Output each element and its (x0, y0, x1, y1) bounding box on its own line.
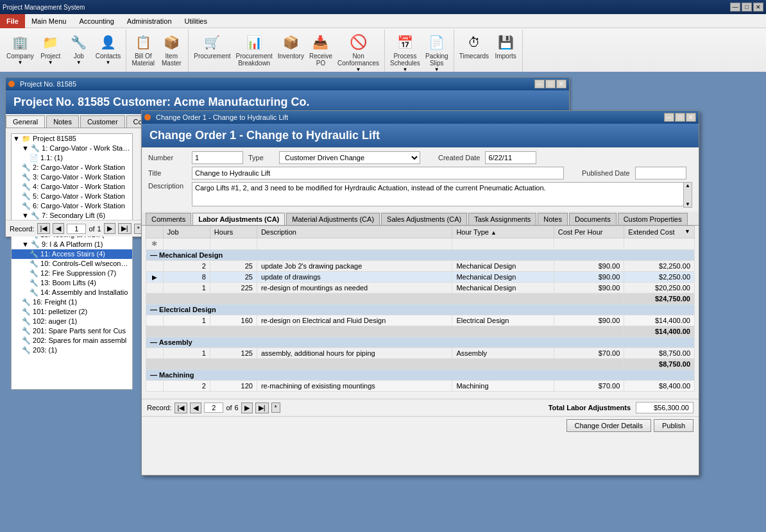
nav-next-btn[interactable]: ▶ (104, 223, 115, 234)
co-close-btn[interactable]: ✕ (686, 113, 696, 122)
desc-scroll-up[interactable]: ▲ (684, 183, 692, 188)
col-header-hourtype[interactable]: Hour Type ▲ (452, 226, 554, 238)
accounting-menu[interactable]: Accounting (72, 14, 120, 28)
tree-item-2[interactable]: 🔧 2: Cargo-Vator - Work Station (12, 163, 132, 172)
table-row[interactable]: 1 125 assembly, additional hours for pip… (146, 348, 695, 359)
table-row[interactable]: 1 160 re-design on Electrical and Fluid … (146, 315, 695, 326)
nav-prev-btn[interactable]: ◀ (53, 223, 64, 234)
tree-item-102[interactable]: 🔧 102: auger (1) (12, 317, 132, 326)
tree-item-7[interactable]: ▼ 🔧 7: Secondary Lift (6) (12, 211, 132, 220)
created-date-input[interactable] (485, 151, 536, 164)
packing-slips-button[interactable]: 📄 PackingSlips ▼ (423, 31, 451, 74)
company-dropdown[interactable]: ▼ (17, 60, 22, 65)
tree-item-3[interactable]: 🔧 3: Cargo-Vator - Work Station (12, 172, 132, 182)
change-order-details-btn[interactable]: Change Order Details (566, 419, 651, 432)
tree-item-5[interactable]: 🔧 5: Cargo-Vator - Work Station (12, 192, 132, 201)
titlebar-controls[interactable]: — □ ✕ (730, 3, 763, 12)
tree-item-14[interactable]: 🔧 14: Assembly and Installatio (12, 288, 132, 297)
item-master-button[interactable]: 📦 ItemMaster (157, 31, 185, 68)
new-row-hours[interactable] (210, 238, 257, 250)
main-menu[interactable]: Main Menu (25, 14, 72, 28)
tree-item-13[interactable]: 🔧 13: Boom Lifts (4) (12, 278, 132, 288)
timecards-button[interactable]: ⏱ Timecards (457, 31, 491, 61)
project-window-controls[interactable]: — □ ✕ (534, 79, 566, 88)
co-minimize-btn[interactable]: — (664, 113, 674, 122)
maximize-btn[interactable]: □ (742, 3, 752, 12)
procurement-breakdown-button[interactable]: 📊 ProcurementBreakdown (234, 31, 275, 68)
tree-item-root[interactable]: ▼ 📁 Project 81585 (12, 134, 132, 144)
scroll-right-icon[interactable]: ▼ (685, 228, 690, 235)
procurement-button[interactable]: 🛒 Procurement (191, 31, 233, 61)
new-row-ext[interactable] (624, 238, 695, 250)
project-button[interactable]: 📁 Project ▼ (37, 31, 65, 67)
minimize-btn[interactable]: — (730, 3, 740, 12)
co-restore-btn[interactable]: □ (675, 113, 685, 122)
table-row[interactable]: 2 120 re-machining of exisisting mountin… (146, 381, 695, 392)
tab-labor-adjustments[interactable]: Labor Adjustments (CA) (192, 213, 285, 225)
tab-notes[interactable]: Notes (46, 115, 79, 128)
tree-item-201[interactable]: 🔧 201: Spare Parts sent for Cus (12, 326, 132, 336)
nav-last-btn[interactable]: ▶| (118, 223, 132, 234)
company-button[interactable]: 🏢 Company ▼ (4, 31, 37, 67)
table-row[interactable]: 2 25 update Job 2's drawing package Mech… (146, 261, 695, 272)
new-row-job[interactable] (163, 238, 210, 250)
project-tree[interactable]: ▼ 📁 Project 81585 ▼ 🔧 1: Cargo-Vator - W… (11, 133, 133, 390)
group-collapse-icon-machining[interactable]: — (150, 371, 159, 379)
bill-of-material-button[interactable]: 📋 Bill OfMaterial (129, 31, 157, 68)
co-nav-current[interactable]: 2 (204, 403, 223, 413)
close-btn[interactable]: ✕ (753, 3, 763, 12)
co-window-controls[interactable]: — □ ✕ (664, 113, 696, 122)
project-minimize-btn[interactable]: — (534, 79, 545, 88)
new-row-cph[interactable] (554, 238, 624, 250)
desc-scroll-down[interactable]: ▼ (684, 201, 692, 207)
new-row-desc[interactable] (257, 238, 452, 250)
new-row-hourtype[interactable] (452, 238, 554, 250)
non-conformances-button[interactable]: 🚫 NonConformances ▼ (335, 31, 382, 74)
job-button[interactable]: 🔧 Job ▼ (65, 31, 93, 67)
col-header-cph[interactable]: Cost Per Hour (554, 226, 624, 238)
description-textarea[interactable]: Cargo Lifts #1, 2, and 3 need to be modi… (192, 182, 692, 206)
administration-menu[interactable]: Administration (121, 14, 178, 28)
tree-item-202[interactable]: 🔧 202: Spares for main assembl (12, 336, 132, 345)
tree-item-203[interactable]: 🔧 203: (1) (12, 345, 132, 355)
col-header-description[interactable]: Description (257, 226, 452, 238)
tab-notes[interactable]: Notes (538, 213, 568, 225)
tab-sales-adjustments[interactable]: Sales Adjustments (CA) (381, 213, 467, 225)
group-collapse-icon-elec[interactable]: — (150, 306, 159, 313)
tree-item-9[interactable]: ▼ 🔧 9: I & A Platform (1) (12, 240, 132, 249)
group-collapse-icon-assembly[interactable]: — (150, 338, 159, 346)
inventory-button[interactable]: 📦 Inventory (275, 31, 307, 61)
table-row[interactable]: 1 225 re-design of mountings as needed M… (146, 283, 695, 294)
co-nav-prev[interactable]: ◀ (190, 403, 201, 413)
labor-adjustments-table-container[interactable]: Job Hours Description Hour Type ▲ Cost P… (146, 226, 695, 399)
col-header-hours[interactable]: Hours (210, 226, 257, 238)
file-menu[interactable]: File (0, 14, 25, 28)
nav-first-btn[interactable]: |◀ (37, 223, 51, 234)
job-dropdown[interactable]: ▼ (76, 60, 81, 65)
project-dropdown[interactable]: ▼ (48, 60, 53, 65)
col-header-ext[interactable]: Extended Cost ▼ (624, 226, 695, 238)
tree-item-6[interactable]: 🔧 6: Cargo-Vator - Work Station (12, 201, 132, 211)
contacts-button[interactable]: 👤 Contacts ▼ (93, 31, 123, 67)
nav-current-input[interactable] (67, 224, 86, 234)
tree-item-12[interactable]: 🔧 12: Fire Suppression (7) (12, 269, 132, 278)
tree-item-1-1[interactable]: 📄 1.1: (1) (12, 153, 132, 163)
tab-custom-properties[interactable]: Custom Properties (618, 213, 688, 225)
project-close-btn[interactable]: ✕ (556, 79, 566, 88)
tree-item-101[interactable]: 🔧 101: pelletizer (2) (12, 307, 132, 317)
tab-general[interactable]: General (6, 115, 45, 128)
published-date-input[interactable] (635, 167, 686, 179)
group-collapse-icon[interactable]: — (150, 251, 159, 259)
tab-customer[interactable]: Customer (80, 115, 125, 128)
co-nav-last[interactable]: ▶| (255, 403, 269, 413)
receive-po-button[interactable]: 📥 ReceivePO (307, 31, 335, 68)
co-nav-next[interactable]: ▶ (241, 403, 253, 413)
tree-item-10[interactable]: 🔧 10: Controls-Cell w/secondary (12, 259, 132, 269)
number-input[interactable] (192, 151, 243, 164)
tree-item-16[interactable]: 🔧 16: Freight (1) (12, 297, 132, 307)
tab-material-adjustments[interactable]: Material Adjustments (CA) (286, 213, 380, 225)
publish-btn[interactable]: Publish (654, 419, 694, 432)
tree-item-4[interactable]: 🔧 4: Cargo-Vator - Work Station (12, 182, 132, 192)
col-header-job[interactable]: Job (163, 226, 210, 238)
tree-item-1[interactable]: ▼ 🔧 1: Cargo-Vator - Work Station (12, 144, 132, 153)
